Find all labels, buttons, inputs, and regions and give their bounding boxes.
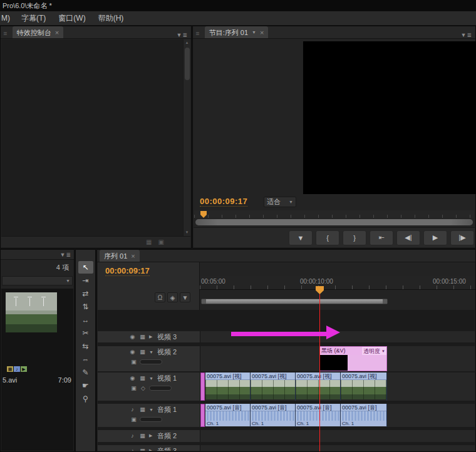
video-clip[interactable]: 00075.avi [视]: [251, 372, 296, 401]
audio-clip[interactable]: 00075.avi [音] Ch. 1: [205, 404, 251, 427]
add-marker-button[interactable]: ▼: [289, 230, 313, 245]
rate-stretch-tool[interactable]: ↔: [78, 314, 93, 326]
ripple-edit-tool[interactable]: ⇄: [78, 287, 93, 300]
menu-item-window[interactable]: 窗口(W): [52, 11, 91, 25]
film-icon[interactable]: ▦: [146, 239, 152, 245]
chevron-right-icon[interactable]: ▶: [149, 448, 154, 451]
display-style-icon[interactable]: ▣: [130, 416, 137, 423]
speaker-icon[interactable]: ♪: [129, 406, 136, 413]
video-clip[interactable]: 00075.avi [视]: [205, 372, 251, 401]
go-to-in-button[interactable]: ⇤: [370, 230, 393, 245]
black-video-clip[interactable]: 黑场 (&V) 透明度 ▼: [319, 346, 387, 371]
slip-tool[interactable]: ⇆: [78, 340, 93, 352]
clip-thumbnail[interactable]: [6, 292, 57, 332]
step-back-button[interactable]: ◀|: [396, 230, 420, 245]
transition-clip[interactable]: [200, 404, 205, 427]
close-icon[interactable]: ×: [131, 250, 135, 262]
audio-clip[interactable]: 00075.avi [音] Ch. 1: [296, 404, 341, 427]
tab-sequence-label: 序列 01: [104, 250, 127, 262]
tab-sequence-01[interactable]: 序列 01 ×: [100, 250, 140, 262]
play-button[interactable]: ▶: [423, 230, 447, 245]
film-icon[interactable]: ▦: [139, 375, 146, 381]
panel-menu-icon[interactable]: ▼≣: [177, 32, 191, 38]
menu-item-help[interactable]: 帮助(H): [92, 11, 130, 25]
timeline-timecode[interactable]: 00:00:09:17: [105, 266, 150, 276]
effects-scrollbar[interactable]: ▲ ▼: [183, 39, 190, 236]
eye-icon[interactable]: ◉: [129, 334, 136, 340]
audio-clip[interactable]: 00075.avi [音] Ch. 1: [251, 404, 296, 427]
close-icon[interactable]: ×: [260, 27, 264, 38]
slide-tool[interactable]: ⇔: [78, 353, 93, 366]
track-content-video-2[interactable]: 黑场 (&V) 透明度 ▼: [200, 346, 475, 371]
step-forward-button[interactable]: |▶: [450, 230, 474, 245]
hand-tool[interactable]: ☛: [78, 379, 93, 392]
audio-clip[interactable]: 00075.avi [音] Ch. 1: [341, 404, 387, 427]
playhead-icon[interactable]: [316, 286, 324, 294]
video-clip[interactable]: 00075.avi [视]: [341, 372, 387, 401]
effects-tabbar: ≣ 特效控制台 × ▼≣: [1, 26, 191, 39]
tab-effect-controls[interactable]: 特效控制台 ×: [13, 26, 63, 38]
close-icon[interactable]: ×: [55, 27, 59, 38]
film-icon[interactable]: ▦: [139, 349, 146, 355]
project-filter-select[interactable]: ▼: [2, 276, 73, 285]
clip-effect-select[interactable]: 透明度 ▼: [362, 347, 386, 355]
display-style-icon[interactable]: ▣: [130, 359, 137, 365]
time-ruler[interactable]: 00:05:00 00:00:10:00 00:00:15:00: [200, 276, 475, 290]
track-content-audio-2[interactable]: [200, 430, 475, 442]
zoom-level-select[interactable]: 适合 ▼: [264, 197, 296, 207]
chevron-right-icon[interactable]: ▶: [149, 334, 154, 339]
play-badge-icon[interactable]: ▶: [21, 366, 27, 372]
chevron-down-icon[interactable]: ▼: [149, 350, 154, 354]
program-scrollbar[interactable]: [195, 219, 473, 225]
speaker-icon[interactable]: ♪: [129, 433, 136, 439]
track-label: 视频 2: [157, 347, 177, 357]
mark-in-button[interactable]: {: [316, 230, 339, 245]
chevron-down-icon[interactable]: ▼: [149, 376, 154, 381]
tab-program-sequence[interactable]: 节目:序列 01 ▼ ×: [205, 26, 269, 38]
eye-icon[interactable]: ◉: [129, 349, 136, 355]
keyframe-nav-pill[interactable]: [140, 359, 162, 364]
scroll-down-icon[interactable]: ▼: [184, 229, 190, 236]
work-area-bar[interactable]: [201, 299, 388, 304]
keyframe-nav-pill[interactable]: [149, 386, 172, 391]
eye-icon[interactable]: ◉: [129, 375, 136, 381]
program-mini-ruler[interactable]: [194, 210, 474, 218]
film-icon[interactable]: ▦: [139, 433, 146, 439]
film-icon[interactable]: ▦: [139, 334, 146, 340]
zoom-tool[interactable]: ⚲: [78, 393, 93, 405]
video-clip[interactable]: 00075.avi [视]: [296, 372, 341, 401]
panel-menu-icon[interactable]: ▼≣: [461, 32, 475, 38]
track-content-audio-3[interactable]: [200, 445, 475, 451]
chevron-right-icon[interactable]: ▶: [149, 433, 154, 438]
track-content-audio-1[interactable]: 00075.avi [音] Ch. 1 00075.avi [音] Ch. 1 …: [200, 404, 475, 427]
transition-clip[interactable]: [200, 372, 205, 401]
razor-tool[interactable]: ✂: [78, 327, 93, 339]
project-panel-header: ▼≣: [1, 250, 74, 260]
marker-icon[interactable]: ▼: [180, 292, 190, 302]
scrollbar-thumb[interactable]: [185, 48, 190, 80]
pen-tool[interactable]: ✎: [78, 366, 93, 379]
scroll-up-icon[interactable]: ▲: [184, 39, 190, 46]
snap-magnet-icon[interactable]: Ω: [155, 292, 165, 302]
selection-tool[interactable]: ↖: [78, 261, 93, 274]
film-icon[interactable]: ▦: [139, 406, 146, 413]
track-label: 视频 3: [157, 332, 177, 342]
rolling-edit-tool[interactable]: ⇅: [78, 300, 93, 313]
keyframe-nav-pill[interactable]: [140, 417, 162, 422]
track-select-tool[interactable]: ⇥: [78, 274, 93, 287]
program-timecode[interactable]: 00:00:09:17: [200, 197, 247, 207]
track-content-video-1[interactable]: 00075.avi [视] 00075.avi [视] 00075.avi [视…: [200, 372, 475, 401]
menu-item-title[interactable]: 字幕(T): [15, 11, 52, 25]
mark-out-button[interactable]: }: [343, 230, 366, 245]
speaker-icon[interactable]: ♪: [129, 448, 136, 451]
chevron-down-icon[interactable]: ▼: [252, 27, 256, 38]
display-style-icon[interactable]: ▣: [130, 385, 137, 391]
panel-menu-icon[interactable]: ▼≣: [60, 252, 71, 258]
chevron-down-icon[interactable]: ▼: [149, 408, 154, 412]
display-style-icon[interactable]: ▣: [158, 239, 164, 245]
keyframe-icon[interactable]: ◇: [140, 385, 147, 391]
clip-name-label[interactable]: 5.avi: [3, 376, 17, 384]
menu-item-truncated[interactable]: M): [0, 11, 15, 25]
film-icon[interactable]: ▦: [139, 448, 146, 451]
chapter-marker-icon[interactable]: ◈: [167, 292, 178, 302]
